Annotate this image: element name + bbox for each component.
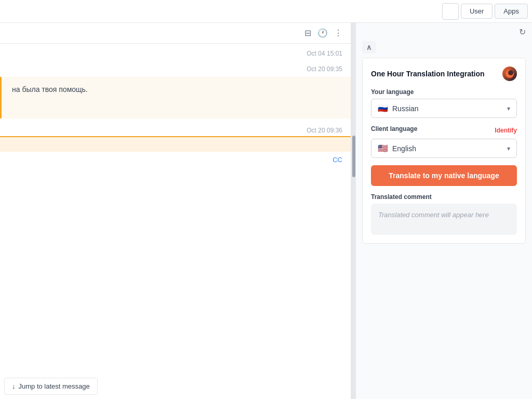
russian-flag-icon: 🇷🇺 (378, 103, 388, 113)
translation-panel: One Hour Translation Integration Your la… (362, 58, 526, 244)
client-language-value: English (392, 144, 416, 153)
client-language-label: Client language (371, 125, 417, 132)
timestamp-2: Oct 20 09:35 (0, 59, 351, 75)
jump-to-latest-label: Jump to latest message (19, 382, 90, 390)
translated-comment-section: Translated comment Translated comment wi… (371, 193, 517, 235)
history-icon[interactable]: 🕐 (317, 28, 328, 38)
chat-messages: Oct 04 15:01 Oct 20 09:35 на была твоя п… (0, 44, 351, 399)
message-bubble-1: на была твоя помощь. (0, 77, 351, 118)
panel-title: One Hour Translation Integration (371, 70, 485, 78)
client-language-field: Client language Identify 🇺🇸 English ▾ (371, 125, 517, 158)
panel-header: One Hour Translation Integration (371, 66, 517, 81)
scrollbar-thumb (352, 136, 355, 177)
top-bar: User Apps (0, 0, 532, 23)
translated-comment-placeholder: Translated comment will appear here (378, 211, 489, 219)
chat-toolbar: ⊟ 🕐 ⋮ (0, 23, 351, 44)
your-language-field: Your language 🇷🇺 Russian ▾ (371, 88, 517, 118)
more-icon[interactable]: ⋮ (334, 28, 342, 38)
chat-panel: ⊟ 🕐 ⋮ Oct 04 15:01 Oct 20 09:35 на была … (0, 23, 351, 399)
timestamp-3: Oct 20 09:36 (0, 121, 351, 136)
scrollbar[interactable] (351, 23, 355, 399)
main-content: ⊟ 🕐 ⋮ Oct 04 15:01 Oct 20 09:35 на была … (0, 23, 532, 399)
your-language-select[interactable]: 🇷🇺 Russian ▾ (371, 99, 517, 118)
chevron-down-icon: ▾ (507, 105, 510, 112)
logo-icon (506, 70, 514, 78)
filter-icon[interactable]: ⊟ (304, 28, 311, 38)
your-language-value: Russian (392, 104, 419, 113)
arrow-down-icon: ↓ (12, 382, 16, 390)
right-sidebar: ↻ ∧ One Hour Translation Integration You… (355, 23, 532, 399)
collapse-bar: ∧ (356, 41, 532, 56)
cc-label[interactable]: CC (0, 152, 351, 168)
english-flag-icon: 🇺🇸 (378, 143, 388, 153)
client-language-select[interactable]: 🇺🇸 English ▾ (371, 139, 517, 158)
message-text-1: на была твоя помощь. (12, 85, 88, 94)
client-lang-header: Client language Identify (371, 125, 517, 136)
svg-point-1 (508, 70, 513, 75)
your-language-left: 🇷🇺 Russian (378, 103, 419, 113)
chevron-down-icon-2: ▾ (507, 145, 510, 152)
sidebar-refresh-bar: ↻ (356, 23, 532, 41)
refresh-icon[interactable]: ↻ (519, 27, 526, 37)
translated-comment-box: Translated comment will appear here (371, 204, 517, 235)
client-language-left: 🇺🇸 English (378, 143, 416, 153)
your-language-label: Your language (371, 88, 517, 96)
avatar-button[interactable] (442, 3, 459, 20)
message-bubble-2 (0, 136, 351, 152)
apps-button[interactable]: Apps (495, 4, 528, 19)
translated-comment-label: Translated comment (371, 193, 517, 201)
timestamp-1: Oct 04 15:01 (0, 44, 351, 59)
jump-to-latest-button[interactable]: ↓ Jump to latest message (4, 378, 98, 395)
panel-logo (502, 66, 517, 81)
user-button[interactable]: User (461, 4, 493, 19)
translate-button[interactable]: Translate to my native language (371, 165, 517, 186)
collapse-button[interactable]: ∧ (362, 41, 376, 54)
identify-link[interactable]: Identify (495, 127, 517, 134)
